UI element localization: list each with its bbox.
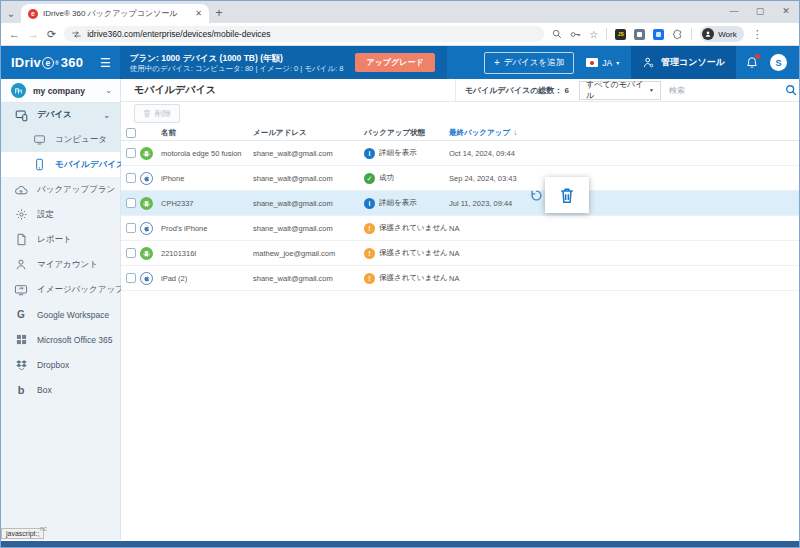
col-last-backup[interactable]: 最終バックアップ ↓	[449, 128, 799, 138]
upgrade-button[interactable]: アップグレード	[355, 53, 434, 72]
device-email: shane_walt@gmail.com	[253, 199, 364, 208]
add-device-button[interactable]: + デバイスを追加	[484, 52, 574, 74]
status-label[interactable]: 詳細を表示	[379, 148, 417, 158]
sidebar-item-label: デバイス	[37, 109, 103, 121]
user-avatar[interactable]: S	[770, 54, 787, 71]
sidebar-item-box[interactable]: bBox	[1, 377, 120, 402]
row-checkbox[interactable]	[126, 198, 136, 208]
company-selector[interactable]: my company ⌄	[1, 79, 120, 103]
hamburger-menu-icon[interactable]: ☰	[91, 56, 120, 70]
notifications-bell-icon[interactable]	[746, 56, 758, 69]
sidebar-item-dropbox[interactable]: Dropbox	[1, 352, 120, 377]
bookmark-star-icon[interactable]: ☆	[589, 29, 598, 40]
last-backup: Jul 11, 2023, 09:44	[449, 199, 799, 208]
row-checkbox[interactable]	[126, 223, 136, 233]
image-backup-icon	[14, 284, 28, 296]
blue-extension-icon[interactable]	[653, 29, 664, 40]
search-icon[interactable]	[785, 84, 797, 96]
company-label: my company	[33, 86, 105, 96]
sidebar-item-label: コンピュータ	[55, 134, 120, 146]
select-all-checkbox[interactable]	[126, 128, 136, 138]
brand-text: IDriv	[11, 55, 41, 70]
table-row[interactable]: iPad (2)shane_walt@gmail.com!保護されていませんNA	[121, 266, 799, 291]
idrive-logo[interactable]: IDrive® 360	[1, 55, 91, 70]
row-checkbox[interactable]	[126, 148, 136, 158]
status-label[interactable]: 詳細を表示	[379, 198, 417, 208]
status-label: 保護されていません	[379, 223, 448, 233]
box-icon: b	[14, 385, 28, 395]
sidebar-item-office365[interactable]: Microsoft Office 365	[1, 327, 120, 352]
admin-console-button[interactable]: 管理コンソール	[631, 46, 736, 79]
profile-button[interactable]: Work	[700, 26, 744, 42]
admin-person-icon	[642, 56, 655, 69]
delete-device-button[interactable]	[559, 187, 575, 204]
row-checkbox[interactable]	[126, 248, 136, 258]
footer-bar	[1, 541, 799, 548]
sidebar-item-account[interactable]: マイアカウント	[1, 252, 120, 277]
delete-button-disabled[interactable]: 削除	[134, 104, 180, 123]
search-input[interactable]	[669, 86, 779, 95]
col-email[interactable]: メールアドレス	[253, 128, 364, 138]
computer-icon	[32, 133, 46, 146]
sidebar-item-image-backup[interactable]: イメージバックアップ?	[1, 277, 120, 302]
device-filter-dropdown[interactable]: すべてのモバイル ▼	[579, 81, 661, 100]
row-checkbox[interactable]	[126, 173, 136, 183]
language-selector[interactable]: JA ▾	[586, 58, 619, 68]
window-maximize-button[interactable]: ▢	[747, 1, 773, 23]
add-device-label: デバイスを追加	[504, 57, 565, 69]
gray-extension-icon[interactable]	[634, 29, 645, 40]
sidebar-item-settings[interactable]: 設定	[1, 202, 120, 227]
device-name: Prod's iPhone	[161, 224, 253, 233]
android-icon	[140, 247, 161, 260]
table-row[interactable]: CPH2337shane_walt@gmail.comi詳細を表示Jul 11,…	[121, 191, 799, 216]
status-label: 保護されていません	[379, 248, 448, 258]
reload-button[interactable]: ⟳	[47, 28, 56, 41]
zoom-icon[interactable]	[552, 29, 562, 39]
sidebar-item-backup-plan[interactable]: バックアッププラン	[1, 177, 120, 202]
tab-close-icon[interactable]: ✕	[195, 9, 202, 18]
site-settings-icon[interactable]	[72, 30, 81, 39]
last-backup: Sep 24, 2024, 03:43	[449, 174, 799, 183]
password-manager-icon[interactable]	[570, 30, 581, 39]
sort-desc-icon[interactable]: ↓	[513, 128, 517, 137]
mobile-devices-icon	[32, 158, 46, 171]
company-icon	[11, 83, 26, 98]
back-button[interactable]: ←	[9, 28, 20, 40]
sidebar-item-google[interactable]: GGoogle Workspace	[1, 302, 120, 327]
table-row[interactable]: iPhoneshane_walt@gmail.com✓成功Sep 24, 202…	[121, 166, 799, 191]
url-text[interactable]: idrive360.com/enterprise/devices/mobile-…	[87, 29, 270, 39]
device-name: 22101316I	[161, 249, 253, 258]
new-tab-button[interactable]: +	[209, 4, 229, 23]
sidebar-item-reports[interactable]: レポート	[1, 227, 120, 252]
extensions-puzzle-icon[interactable]	[672, 29, 683, 40]
status-warning-icon: !	[364, 273, 375, 284]
window-minimize-button[interactable]: —	[721, 1, 747, 23]
browser-menu-kebab-icon[interactable]: ⋮	[752, 28, 763, 41]
forward-button[interactable]: →	[28, 28, 39, 40]
table-row[interactable]: 22101316Imathew_joe@gmail.com!保護されていませんN…	[121, 241, 799, 266]
col-name[interactable]: 名前	[161, 128, 253, 138]
sidebar-item-devices[interactable]: デバイス⌄	[1, 103, 120, 127]
js-extension-icon[interactable]: JS	[615, 29, 626, 40]
row-checkbox[interactable]	[126, 273, 136, 283]
settings-icon	[14, 208, 28, 221]
restore-icon[interactable]	[530, 189, 543, 202]
android-icon	[140, 197, 161, 210]
browser-tab[interactable]: e IDrive® 360 バックアップコンソール ✕	[21, 4, 209, 23]
caret-solid-icon: ▼	[649, 87, 654, 93]
sidebar-item-computer[interactable]: コンピュータ	[1, 127, 120, 152]
col-status[interactable]: バックアップ状態	[364, 128, 449, 138]
sidebar-item-label: 設定	[37, 209, 120, 221]
device-name: motorola edge 50 fusion	[161, 149, 253, 158]
table-toolbar: 削除	[121, 102, 799, 125]
window-close-button[interactable]: ✕	[773, 1, 799, 23]
table-row[interactable]: Prod's iPhoneshane_walt@gmail.com!保護されてい…	[121, 216, 799, 241]
google-icon: G	[14, 310, 28, 320]
browser-toolbar: ← → ⟳ idrive360.com/enterprise/devices/m…	[1, 23, 799, 46]
url-bar[interactable]: idrive360.com/enterprise/devices/mobile-…	[64, 26, 544, 42]
sidebar-item-mobile-devices[interactable]: モバイルデバイス	[1, 152, 120, 177]
table-row[interactable]: motorola edge 50 fusionshane_walt@gmail.…	[121, 141, 799, 166]
tab-list-chevron-icon[interactable]: ⌄	[1, 5, 21, 23]
device-email: mathew_joe@gmail.com	[253, 249, 364, 258]
sidebar-item-label: Microsoft Office 365	[37, 335, 120, 345]
